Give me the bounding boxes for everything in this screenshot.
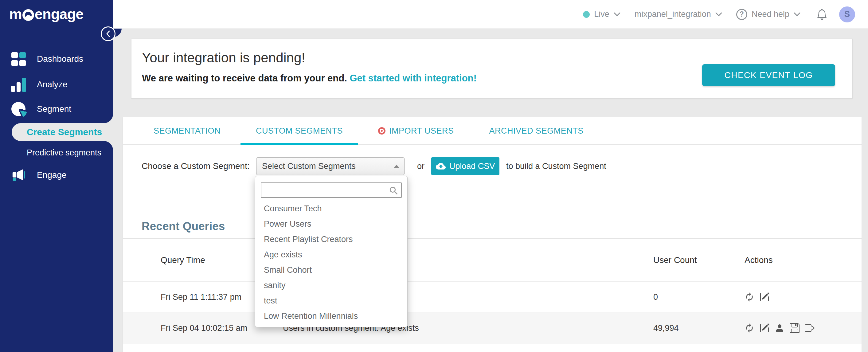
chevron-down-icon [614, 12, 620, 17]
dropdown-search [261, 183, 402, 198]
column-header-user-count: User Count [653, 239, 697, 281]
recent-queries-title: Recent Queries [142, 220, 225, 233]
segment-tabs: SEGMENTATION CUSTOM SEGMENTS IMPORT USER… [123, 117, 862, 145]
tab-import-users[interactable]: IMPORT USERS [363, 117, 469, 145]
sidebar-item-label: Create Segments [27, 127, 102, 137]
caret-up-icon [394, 165, 399, 168]
sidebar-item-label: Predictive segments [27, 148, 101, 158]
need-help-label: Need help [752, 9, 789, 19]
topbar: Live mixpanel_integration ? Need help S [113, 0, 868, 29]
logo-text-engage: engage [35, 5, 84, 23]
tab-archived-segments[interactable]: ARCHIVED SEGMENTS [474, 117, 599, 145]
or-text: or [417, 157, 425, 175]
main-content: Your integration is pending! We are wait… [113, 29, 868, 352]
logo-text-m: m [9, 5, 22, 23]
column-header-actions: Actions [745, 239, 773, 281]
integration-pending-banner: Your integration is pending! We are wait… [131, 39, 852, 99]
dropdown-option[interactable]: Age exists [255, 247, 407, 262]
pie-chart-icon [11, 102, 26, 117]
sidebar-item-create-segments[interactable]: Create Segments [12, 123, 113, 141]
tab-segmentation[interactable]: SEGMENTATION [138, 117, 236, 145]
segments-panel: SEGMENTATION CUSTOM SEGMENTS IMPORT USER… [123, 117, 862, 352]
pill-notch-top [104, 114, 113, 123]
sidebar-item-label: Engage [37, 170, 67, 180]
column-header-query-time: Query Time [161, 239, 205, 281]
sidebar-item-engage[interactable]: Engage [0, 167, 113, 183]
custom-segment-dropdown: Consumer Tech Power Users Recent Playlis… [255, 176, 408, 327]
grid-icon [11, 52, 26, 66]
row-actions [745, 312, 814, 344]
search-icon [389, 186, 398, 195]
refresh-action-icon[interactable] [745, 323, 754, 333]
sidebar-item-label: Analyze [37, 79, 68, 89]
check-event-log-button[interactable]: CHECK EVENT LOG [702, 64, 835, 86]
env-label: Live [594, 9, 609, 19]
banner-title: Your integration is pending! [142, 50, 305, 65]
dropdown-option[interactable]: Consumer Tech [255, 201, 407, 216]
sidebar-collapse-button[interactable] [101, 26, 116, 41]
sidebar-item-label: Dashboards [37, 54, 83, 64]
user-count-cell: 49,994 [653, 312, 679, 344]
row-actions [745, 282, 769, 312]
save-action-icon[interactable] [790, 323, 800, 333]
dropdown-option[interactable]: test [255, 293, 407, 309]
table-row: Fri Sep 11 1:11:37 pm 0 [123, 282, 862, 312]
choose-segment-label: Choose a Custom Segment: [142, 157, 250, 175]
help-icon: ? [736, 9, 747, 20]
banner-subtitle: We are waiting to receive data from your… [142, 73, 477, 84]
edit-action-icon[interactable] [760, 323, 769, 333]
chevron-left-icon [105, 30, 111, 38]
refresh-action-icon[interactable] [745, 292, 754, 302]
build-segment-suffix-text: to build a Custom Segment [506, 157, 606, 175]
cloud-upload-icon [436, 161, 446, 171]
tab-custom-segments[interactable]: CUSTOM SEGMENTS [241, 117, 358, 145]
bar-chart-icon [11, 77, 26, 92]
dropdown-option[interactable]: Recent Playlist Creators [255, 232, 407, 247]
custom-segment-select[interactable]: Select Custom Segments [256, 157, 404, 175]
moengage-logo: mengage [9, 5, 83, 23]
workspace-name: mixpanel_integration [634, 9, 711, 19]
app-screen: mengage Dashboards Analyze Segment Creat… [0, 0, 868, 352]
person-action-icon[interactable] [775, 323, 784, 333]
sidebar-item-label: Segment [37, 104, 71, 114]
pill-notch-bottom [104, 141, 113, 150]
sidebar: mengage Dashboards Analyze Segment Creat… [0, 0, 113, 352]
chevron-down-icon [715, 12, 722, 17]
dropdown-option[interactable]: Small Cohort [255, 262, 407, 278]
edit-action-icon[interactable] [760, 292, 769, 302]
sidebar-item-dashboards[interactable]: Dashboards [0, 51, 113, 67]
query-time-cell: Fri Sep 11 1:11:37 pm [161, 282, 241, 312]
need-help-menu[interactable]: ? Need help [736, 9, 800, 20]
export-action-icon[interactable] [805, 323, 814, 333]
dropdown-option[interactable]: sanity [255, 278, 407, 293]
user-count-cell: 0 [653, 282, 658, 312]
sidebar-item-predictive-segments[interactable]: Predictive segments [0, 145, 113, 161]
query-time-cell: Fri Sep 04 10:02:15 am [161, 312, 247, 344]
workspace-selector[interactable]: mixpanel_integration [634, 9, 722, 19]
sidebar-item-segment[interactable]: Segment [0, 101, 113, 117]
notifications-bell-icon[interactable] [816, 9, 828, 20]
dropdown-search-input[interactable] [261, 183, 402, 198]
env-selector[interactable]: Live [583, 9, 620, 19]
upload-csv-button[interactable]: Upload CSV [431, 157, 499, 175]
user-avatar[interactable]: S [839, 6, 855, 23]
dropdown-option[interactable]: Low Retention Millennials [255, 309, 407, 324]
record-dot-icon [378, 127, 385, 134]
megaphone-icon [11, 168, 26, 183]
logo-o-face-icon [23, 9, 34, 21]
dropdown-option[interactable]: Power Users [255, 216, 407, 232]
select-value: Select Custom Segments [256, 162, 356, 171]
table-header-row: Query Time User Count Actions [123, 239, 862, 281]
live-status-dot-icon [583, 11, 590, 18]
chevron-down-icon [794, 12, 800, 17]
get-started-link[interactable]: Get started with integration! [349, 73, 476, 84]
avatar-initial: S [844, 9, 850, 19]
table-row: Fri Sep 04 10:02:15 am Users in custom s… [123, 312, 862, 344]
sidebar-item-analyze[interactable]: Analyze [0, 76, 113, 92]
